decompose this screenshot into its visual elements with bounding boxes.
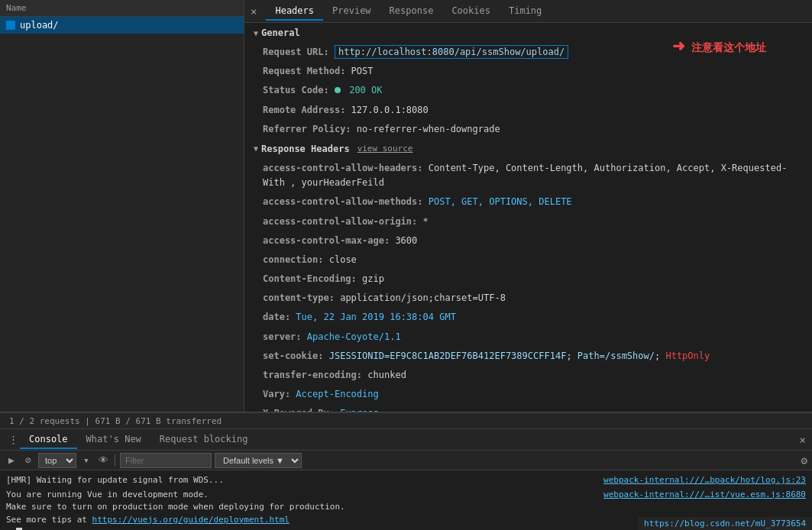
- response-header-value: application/json;charset=UTF-8: [340, 292, 506, 303]
- response-header-value: chunked: [367, 370, 406, 380]
- referrer-policy-label: Referrer Policy:: [263, 124, 351, 134]
- response-header-row: access-control-allow-methods: POST, GET,…: [244, 192, 812, 212]
- console-msg-hmr: [HMR] Waiting for update signal from WDS…: [6, 474, 597, 487]
- remote-address-row: Remote Address: 127.0.0.1:8080: [244, 101, 812, 120]
- tab-timing[interactable]: Timing: [500, 2, 551, 21]
- response-header-value: Apache-Coyote/1.1: [307, 331, 401, 342]
- response-header-value: close: [329, 254, 357, 265]
- response-header-value: JSESSIONID=EF9C8C1AB2DEF76B412EF7389CCFF…: [329, 351, 710, 361]
- response-header-key: transfer-encoding:: [263, 370, 367, 380]
- request-url-label: Request URL:: [263, 47, 329, 57]
- response-header-row: Vary: Accept-Encoding: [244, 385, 812, 404]
- console-filter-input[interactable]: [120, 453, 212, 468]
- response-header-key: date:: [263, 312, 296, 322]
- console-toolbar: ▶ ⊘ top ▾ 👁 Default levels ▼ ⚙: [0, 451, 812, 470]
- red-annotation: ➜ 注意看这个地址: [672, 37, 766, 55]
- console-levels-select[interactable]: Default levels ▼: [215, 453, 302, 468]
- console-play-icon[interactable]: ▶: [5, 454, 18, 467]
- tab-cookies[interactable]: Cookies: [442, 2, 500, 21]
- console-source-vue[interactable]: webpack-internal:///…ist/vue.esm.js:8680: [603, 489, 806, 502]
- console-stop-icon[interactable]: ⊘: [21, 454, 35, 467]
- referrer-policy-row: Referrer Policy: no-referrer-when-downgr…: [244, 120, 812, 139]
- console-tab-console[interactable]: Console: [20, 431, 77, 449]
- console-close-icon[interactable]: ×: [800, 434, 806, 446]
- console-tabs: ⋮ Console What's New Request blocking ×: [0, 429, 812, 451]
- console-menu-icon[interactable]: ⋮: [6, 433, 20, 447]
- response-headers-arrow-icon: ▼: [254, 144, 258, 153]
- response-header-key: access-control-max-age:: [263, 235, 395, 246]
- response-header-key: server:: [263, 331, 307, 342]
- response-header-row: X-Powered-By: Express: [244, 404, 812, 412]
- response-header-value: gzip: [362, 273, 384, 284]
- remote-address-value: 127.0.0.1:8080: [351, 105, 429, 115]
- response-header-value: POST, GET, OPTIONS, DELETE: [429, 196, 572, 207]
- file-icon: [6, 21, 15, 30]
- tab-headers[interactable]: Headers: [266, 2, 323, 21]
- console-dropdown-icon[interactable]: ▾: [79, 454, 93, 467]
- response-header-row: server: Apache-Coyote/1.1: [244, 328, 812, 347]
- response-header-value: Express: [340, 408, 379, 412]
- response-header-row: date: Tue, 22 Jan 2019 16:38:04 GMT: [244, 308, 812, 327]
- tab-response[interactable]: Response: [380, 2, 443, 21]
- referrer-policy-value: no-referrer-when-downgrade: [357, 124, 500, 134]
- status-dot-icon: [335, 87, 341, 93]
- request-method-row: Request Method: POST: [244, 62, 812, 81]
- toolbar-separator: [115, 454, 115, 467]
- response-headers-title: Response Headers: [261, 144, 350, 154]
- status-bar-text: 1 / 2 requests | 671 B / 671 B transferr…: [9, 416, 222, 426]
- status-code-label: Status Code:: [263, 85, 329, 95]
- vue-deploy-link[interactable]: https://vuejs.org/guide/deployment.html: [92, 515, 290, 525]
- response-header-value: Tue, 22 Jan 2019 16:38:04 GMT: [296, 312, 456, 322]
- response-header-value: *: [423, 216, 429, 227]
- status-bar: 1 / 2 requests | 671 B / 671 B transferr…: [0, 412, 812, 429]
- response-headers-section-header[interactable]: ▼ Response Headers view source: [244, 139, 812, 159]
- footer-url: https://blog.csdn.net/mU_3773654: [638, 517, 812, 530]
- request-method-value: POST: [351, 66, 374, 76]
- response-header-key: access-control-allow-origin:: [263, 216, 423, 227]
- response-header-row: content-type: application/json;charset=U…: [244, 289, 812, 308]
- request-url-container: Request URL: http://localhost:8080/api/s…: [244, 43, 812, 62]
- response-header-row: access-control-max-age: 3600: [244, 231, 812, 250]
- console-eye-icon[interactable]: 👁: [96, 454, 110, 467]
- status-code-value: 200 OK: [349, 85, 382, 95]
- console-panel: ⋮ Console What's New Request blocking × …: [0, 429, 812, 530]
- response-header-row: connection: close: [244, 250, 812, 270]
- console-line-hmr: [HMR] Waiting for update signal from WDS…: [6, 473, 806, 488]
- tab-close-icon[interactable]: ×: [251, 5, 257, 18]
- response-header-row: transfer-encoding: chunked: [244, 366, 812, 385]
- network-item-label: upload/: [20, 20, 59, 31]
- response-header-row: access-control-allow-origin: *: [244, 212, 812, 231]
- response-headers-list: access-control-allow-headers: Content-Ty…: [244, 159, 812, 412]
- footer-url-text: https://blog.csdn.net/mU_3773654: [644, 519, 806, 528]
- response-header-value: 3600: [395, 235, 417, 246]
- response-header-value: Accept-Encoding: [296, 389, 378, 399]
- console-source-hmr[interactable]: webpack-internal:///…bpack/hot/log.js:23: [603, 474, 806, 487]
- response-header-key: access-control-allow-methods:: [263, 196, 429, 207]
- tabs-bar: × Headers Preview Response Cookies Timin…: [244, 0, 812, 23]
- network-list: Name upload/: [0, 0, 244, 412]
- remote-address-label: Remote Address:: [263, 105, 345, 115]
- devtools-panel: Name upload/ × Headers Preview Response …: [0, 0, 812, 412]
- response-header-key: Vary:: [263, 389, 296, 399]
- console-settings-icon[interactable]: ⚙: [801, 454, 807, 467]
- response-header-row: access-control-allow-headers: Content-Ty…: [244, 159, 812, 192]
- response-header-key: set-cookie:: [263, 351, 329, 361]
- response-header-key: connection:: [263, 254, 329, 265]
- general-section-title: General: [261, 27, 300, 38]
- response-header-key: X-Powered-By:: [263, 408, 340, 412]
- request-method-label: Request Method:: [263, 66, 345, 76]
- console-context-select[interactable]: top: [38, 453, 76, 468]
- response-header-key: Content-Encoding:: [263, 273, 362, 284]
- request-url-value[interactable]: http://localhost:8080/api/ssmShow/upload…: [335, 45, 568, 59]
- red-arrow-icon: ➜: [672, 37, 685, 55]
- response-header-key: content-type:: [263, 292, 340, 303]
- headers-panel: × Headers Preview Response Cookies Timin…: [244, 0, 812, 412]
- tab-preview[interactable]: Preview: [323, 2, 380, 21]
- response-header-key: access-control-allow-headers:: [263, 163, 429, 173]
- console-msg-vue: You are running Vue in development mode.…: [6, 489, 597, 527]
- console-tab-whats-new[interactable]: What's New: [77, 431, 150, 449]
- network-list-header: Name: [0, 0, 244, 17]
- console-tab-request-blocking[interactable]: Request blocking: [150, 431, 257, 449]
- response-headers-view-source[interactable]: view source: [357, 144, 413, 154]
- network-item[interactable]: upload/: [0, 17, 244, 34]
